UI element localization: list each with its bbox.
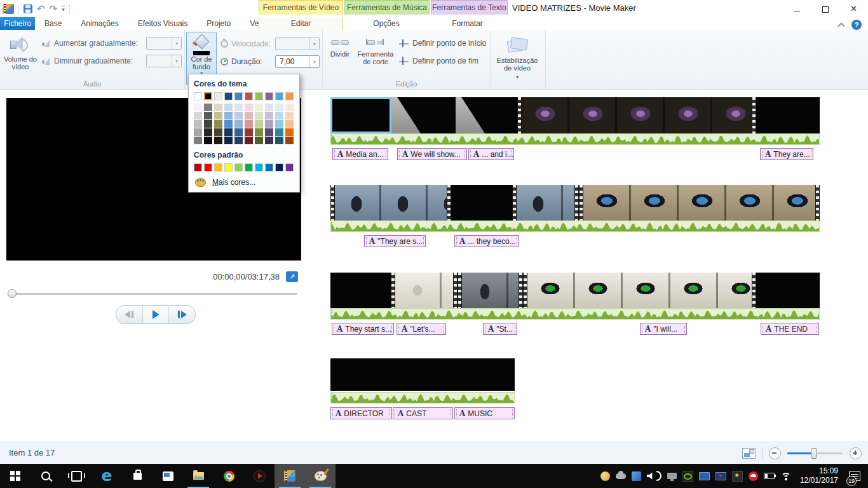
zoom-slider-thumb[interactable] <box>811 448 817 459</box>
caption-box[interactable]: AMUSIC <box>454 407 515 419</box>
clip-film-store[interactable] <box>330 185 451 220</box>
color-swatch[interactable] <box>234 137 243 144</box>
play-button[interactable] <box>142 306 170 323</box>
color-swatch[interactable] <box>234 163 243 172</box>
color-swatch[interactable] <box>234 128 243 137</box>
color-swatch[interactable] <box>265 104 273 112</box>
color-swatch[interactable] <box>194 128 202 137</box>
color-swatch[interactable] <box>265 92 273 100</box>
color-swatch[interactable] <box>234 120 243 128</box>
color-swatch[interactable] <box>285 163 294 172</box>
tray-nvidia[interactable] <box>682 471 693 482</box>
color-swatch[interactable] <box>285 128 294 137</box>
color-swatch[interactable] <box>275 104 283 112</box>
caption-box[interactable]: ADIRECTOR <box>330 407 392 419</box>
start-button[interactable] <box>0 464 31 488</box>
previous-frame-button[interactable] <box>116 306 142 323</box>
color-swatch[interactable] <box>204 120 212 128</box>
color-swatch[interactable] <box>245 137 253 144</box>
color-swatch[interactable] <box>255 163 263 172</box>
search-button[interactable] <box>31 464 61 488</box>
color-swatch[interactable] <box>285 92 294 100</box>
clip-wedge[interactable] <box>391 97 456 133</box>
fullscreen-preview-button[interactable]: ↗ <box>286 271 298 282</box>
color-swatch[interactable] <box>275 120 283 128</box>
caption-box[interactable]: A... they beco... <box>454 235 519 247</box>
color-swatch[interactable] <box>245 104 253 112</box>
color-swatch[interactable] <box>245 128 253 137</box>
color-swatch[interactable] <box>224 128 233 137</box>
color-swatch[interactable] <box>255 104 263 112</box>
tray-avira[interactable] <box>749 471 758 481</box>
clip-black[interactable] <box>330 97 391 133</box>
color-swatch[interactable] <box>214 104 222 112</box>
task-view-button[interactable] <box>61 464 92 488</box>
app-icon[interactable] <box>3 4 14 14</box>
clip-wedge[interactable] <box>456 97 517 133</box>
color-swatch[interactable] <box>265 120 273 128</box>
tab-animacoes[interactable]: Animações <box>71 17 128 30</box>
fade-out-select[interactable]: ▾ <box>146 55 182 67</box>
clip-black[interactable] <box>756 273 820 308</box>
color-swatch[interactable] <box>245 112 253 120</box>
caption-box[interactable]: AThey start s... <box>332 323 394 335</box>
clip-black[interactable] <box>756 97 820 133</box>
color-swatch[interactable] <box>285 104 294 112</box>
color-swatch[interactable] <box>245 163 253 172</box>
seek-thumb[interactable] <box>8 289 17 298</box>
color-swatch[interactable] <box>204 112 212 120</box>
speed-select[interactable]: ▾ <box>275 37 320 50</box>
color-swatch[interactable] <box>194 92 202 100</box>
color-swatch[interactable] <box>275 128 283 137</box>
caption-box[interactable]: ACAST <box>393 407 453 419</box>
powerdvd-app[interactable] <box>244 464 275 488</box>
color-swatch[interactable] <box>224 92 233 100</box>
color-swatch[interactable] <box>255 137 263 144</box>
color-swatch[interactable] <box>275 92 283 100</box>
color-swatch[interactable] <box>285 120 294 128</box>
color-swatch[interactable] <box>214 92 222 100</box>
video-volume-button[interactable]: Volume do vídeo <box>3 32 38 83</box>
color-swatch[interactable] <box>234 112 243 120</box>
color-swatch[interactable] <box>224 120 233 128</box>
color-swatch[interactable] <box>275 137 283 144</box>
tray-display[interactable] <box>667 473 677 479</box>
color-swatch[interactable] <box>214 128 222 137</box>
color-swatch[interactable] <box>275 112 283 120</box>
tab-efeitos-visuais[interactable]: Efeitos Visuais <box>128 17 198 30</box>
more-colors-item[interactable]: Mais cores... <box>194 178 294 187</box>
action-center-button[interactable]: 19 <box>846 464 863 488</box>
color-swatch[interactable] <box>285 137 294 144</box>
color-swatch[interactable] <box>255 120 263 128</box>
clip-film-laptop-room[interactable] <box>517 97 756 133</box>
paint-app[interactable] <box>305 464 336 488</box>
clip-film-bright[interactable] <box>391 273 458 308</box>
duration-input[interactable]: 7,00 ▾ <box>275 55 320 68</box>
color-swatch[interactable] <box>224 137 233 144</box>
save-icon[interactable] <box>24 4 32 13</box>
tray-capture[interactable] <box>715 472 726 480</box>
zoom-slider[interactable] <box>787 452 843 454</box>
undo-icon[interactable]: ↶ <box>37 4 45 13</box>
collapse-ribbon-icon[interactable] <box>837 22 844 29</box>
color-swatch[interactable] <box>245 92 253 100</box>
thumbnail-size-icon[interactable] <box>742 448 756 459</box>
color-swatch[interactable] <box>255 128 263 137</box>
color-swatch[interactable] <box>245 120 253 128</box>
color-swatch[interactable] <box>194 163 202 172</box>
tray-app-blue[interactable] <box>632 471 641 481</box>
movie-maker-app[interactable] <box>275 464 305 488</box>
tray-user[interactable] <box>600 471 610 481</box>
caption-box[interactable]: A... and i... <box>468 148 514 160</box>
caption-box[interactable]: ATHE END <box>761 323 819 335</box>
taskbar-clock[interactable]: 15:09 12/01/2017 <box>800 466 838 485</box>
zoom-out-button[interactable] <box>769 447 781 459</box>
redo-icon[interactable]: ↷ <box>50 4 58 13</box>
color-swatch[interactable] <box>204 163 212 172</box>
color-swatch[interactable] <box>265 137 273 144</box>
tray-wifi[interactable] <box>780 472 792 480</box>
color-swatch[interactable] <box>204 104 212 112</box>
clip-film-dark-person[interactable] <box>458 273 523 308</box>
color-swatch[interactable] <box>194 104 202 112</box>
color-swatch[interactable] <box>214 163 222 172</box>
